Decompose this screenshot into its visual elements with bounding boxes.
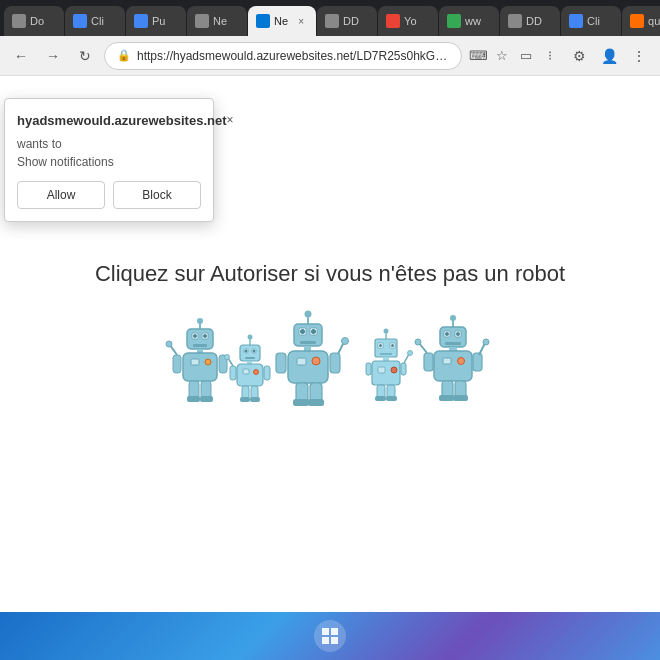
notification-popup: hyadsmewould.azurewebsites.net × wants t… (4, 98, 214, 222)
svg-rect-29 (237, 364, 263, 386)
start-button[interactable] (314, 620, 346, 652)
svg-point-91 (458, 358, 465, 365)
svg-point-66 (391, 344, 394, 347)
svg-rect-78 (375, 396, 386, 401)
popup-subtitle: wants to (17, 137, 201, 151)
profile-icon[interactable]: 👤 (596, 43, 622, 69)
svg-point-71 (391, 367, 397, 373)
popup-header: hyadsmewould.azurewebsites.net × (17, 111, 201, 129)
svg-rect-104 (322, 637, 329, 644)
svg-point-81 (450, 315, 456, 321)
tab-1[interactable]: Do (4, 6, 64, 36)
forward-button[interactable]: → (40, 43, 66, 69)
popup-buttons: Allow Block (17, 181, 201, 209)
tab-10[interactable]: Cli (561, 6, 621, 36)
windows-logo-icon (322, 628, 338, 644)
svg-line-74 (404, 354, 409, 363)
svg-rect-105 (331, 637, 338, 644)
tab-favicon-10 (569, 14, 583, 28)
svg-point-55 (342, 338, 349, 345)
tab-close-5[interactable]: × (294, 14, 308, 28)
taskbar (0, 612, 660, 660)
svg-rect-52 (276, 353, 286, 373)
popup-site-name: hyadsmewould.azurewebsites.net (17, 113, 227, 128)
svg-point-26 (253, 350, 256, 353)
tab-favicon-5 (256, 14, 270, 28)
svg-rect-92 (424, 353, 433, 371)
popup-close-button[interactable]: × (227, 111, 234, 129)
tab-label-7: Yo (404, 15, 416, 27)
svg-rect-53 (330, 353, 340, 373)
lock-icon: 🔒 (117, 49, 131, 62)
svg-point-75 (408, 351, 413, 356)
svg-rect-90 (443, 358, 451, 364)
tab-favicon-1 (12, 14, 26, 28)
favorites-icon[interactable]: ☆ (492, 46, 512, 66)
tab-label-8: ww (465, 15, 481, 27)
tab-favicon-7 (386, 14, 400, 28)
svg-rect-69 (372, 361, 400, 385)
svg-point-21 (248, 335, 253, 340)
tab-5-active[interactable]: Ne × (248, 6, 316, 36)
svg-point-85 (445, 332, 449, 336)
svg-point-5 (193, 334, 197, 338)
svg-rect-58 (293, 399, 309, 406)
tab-favicon-3 (134, 14, 148, 28)
tab-label-6: DD (343, 15, 359, 27)
tab-4[interactable]: Ne (187, 6, 247, 36)
svg-rect-27 (245, 357, 255, 359)
refresh-button[interactable]: ↻ (72, 43, 98, 69)
address-bar-row: ← → ↻ 🔒 https://hyadsmewould.azurewebsit… (0, 36, 660, 76)
svg-rect-100 (439, 395, 454, 401)
svg-point-31 (254, 370, 259, 375)
svg-point-95 (415, 339, 421, 345)
svg-rect-79 (386, 396, 397, 401)
svg-point-61 (384, 329, 389, 334)
tab-3[interactable]: Pu (126, 6, 186, 36)
tab-7[interactable]: Yo (378, 6, 438, 36)
svg-rect-12 (173, 355, 181, 373)
svg-point-25 (245, 350, 248, 353)
read-aloud-icon[interactable]: ⌨ (468, 46, 488, 66)
split-screen-icon[interactable]: ⁝ (540, 46, 560, 66)
svg-rect-32 (230, 366, 236, 380)
tab-6[interactable]: DD (317, 6, 377, 36)
back-button[interactable]: ← (8, 43, 34, 69)
address-icons: ⌨ ☆ ▭ ⁝ (468, 46, 560, 66)
svg-rect-93 (473, 353, 482, 371)
svg-point-11 (205, 359, 211, 365)
svg-rect-89 (434, 351, 472, 381)
tab-favicon-2 (73, 14, 87, 28)
svg-point-15 (166, 341, 172, 347)
svg-rect-102 (322, 628, 329, 635)
tab-label-5: Ne (274, 15, 288, 27)
svg-point-65 (379, 344, 382, 347)
svg-rect-50 (297, 358, 306, 365)
tab-favicon-11 (630, 14, 644, 28)
svg-rect-70 (378, 367, 385, 373)
tab-9[interactable]: DD (500, 6, 560, 36)
tab-8[interactable]: ww (439, 6, 499, 36)
block-button[interactable]: Block (113, 181, 201, 209)
svg-point-45 (300, 329, 305, 334)
collections-icon[interactable]: ▭ (516, 46, 536, 66)
svg-rect-38 (240, 397, 250, 402)
menu-icon[interactable]: ⋮ (626, 43, 652, 69)
svg-rect-72 (366, 363, 371, 375)
svg-rect-10 (191, 359, 199, 365)
tab-favicon-4 (195, 14, 209, 28)
svg-rect-87 (445, 342, 461, 345)
svg-point-86 (456, 332, 460, 336)
extensions-icon[interactable]: ⚙ (566, 43, 592, 69)
tab-label-1: Do (30, 15, 44, 27)
tab-11[interactable]: qu (622, 6, 660, 36)
allow-button[interactable]: Allow (17, 181, 105, 209)
address-bar[interactable]: 🔒 https://hyadsmewould.azurewebsites.net… (104, 42, 462, 70)
svg-rect-47 (300, 341, 316, 344)
svg-rect-101 (453, 395, 468, 401)
svg-rect-30 (243, 369, 249, 374)
svg-point-35 (225, 355, 230, 360)
tab-2[interactable]: Cli (65, 6, 125, 36)
tab-label-2: Cli (91, 15, 104, 27)
tab-label-3: Pu (152, 15, 165, 27)
